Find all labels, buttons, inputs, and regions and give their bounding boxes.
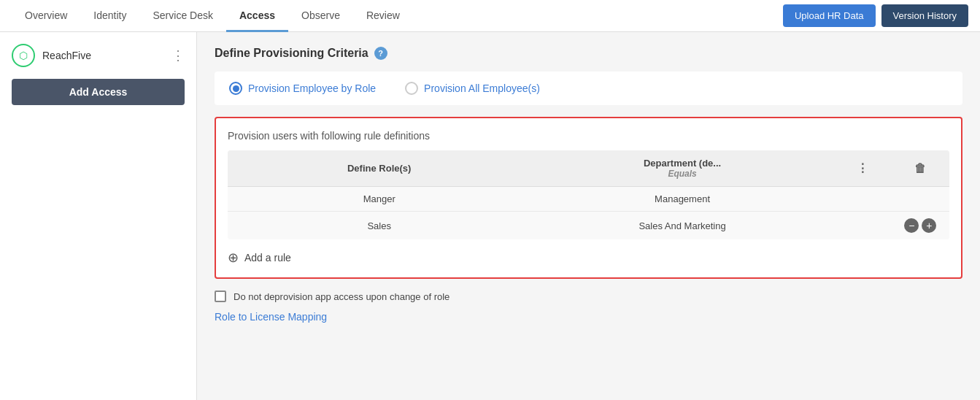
- row2-menu: [834, 212, 892, 240]
- sidebar-header: ⬡ ReachFive ⋮: [12, 44, 185, 67]
- row2-actions: − +: [892, 212, 949, 240]
- radio-label-all-employees: Provision All Employee(s): [424, 82, 540, 94]
- nav-right: Upload HR Data Version History: [783, 4, 968, 27]
- add-access-button[interactable]: Add Access: [12, 79, 185, 105]
- top-nav: Overview Identity Service Desk Access Ob…: [0, 0, 980, 32]
- version-history-button[interactable]: Version History: [881, 4, 968, 27]
- add-rule-label: Add a rule: [244, 252, 291, 264]
- table-delete-icon[interactable]: 🗑: [914, 162, 926, 174]
- checkbox-section: Do not deprovision app access upon chang…: [215, 291, 962, 302]
- dept-header-sub: Equals: [668, 169, 696, 179]
- radio-option-all-employees[interactable]: Provision All Employee(s): [405, 82, 540, 95]
- radio-circle-all-employees: [405, 82, 418, 95]
- nav-item-overview[interactable]: Overview: [12, 1, 80, 32]
- upload-hr-data-button[interactable]: Upload HR Data: [783, 4, 876, 27]
- row2-dept: Sales And Marketing: [530, 212, 833, 240]
- col-dept-header: Department (de... Equals: [530, 150, 833, 187]
- row2-action-buttons: − +: [903, 218, 938, 233]
- role-license-mapping-link[interactable]: Role to License Mapping: [215, 311, 327, 323]
- table-row: Sales Sales And Marketing − +: [228, 212, 949, 240]
- add-rule-icon: ⊕: [228, 250, 239, 266]
- row1-menu: [834, 187, 892, 212]
- col-role-header: Define Role(s): [228, 150, 530, 187]
- nav-item-review[interactable]: Review: [353, 1, 413, 32]
- nav-item-identity[interactable]: Identity: [80, 1, 139, 32]
- radio-option-by-role[interactable]: Provision Employee by Role: [229, 82, 376, 95]
- dept-header-group: Department (de... Equals: [542, 158, 822, 179]
- dept-header-title: Department (de...: [644, 158, 721, 169]
- rule-table: Define Role(s) Department (de... Equals …: [228, 150, 949, 239]
- table-row: Manger Management: [228, 187, 949, 212]
- section-title-text: Define Provisioning Criteria: [215, 47, 369, 60]
- nav-item-observe[interactable]: Observe: [288, 1, 353, 32]
- remove-row-button[interactable]: −: [904, 218, 919, 233]
- col-menu-header: ⋮: [834, 150, 892, 187]
- brand-name: ReachFive: [42, 50, 91, 61]
- section-title-row: Define Provisioning Criteria ?: [215, 47, 962, 60]
- add-row-button[interactable]: +: [922, 218, 936, 233]
- rule-box-title: Provision users with following rule defi…: [228, 130, 949, 142]
- radio-circle-by-role: [229, 82, 242, 95]
- table-header-row: Define Role(s) Department (de... Equals …: [228, 150, 949, 187]
- nav-item-access[interactable]: Access: [226, 1, 288, 32]
- row1-dept: Management: [530, 187, 833, 212]
- help-icon[interactable]: ?: [374, 47, 387, 60]
- nav-item-servicedesk[interactable]: Service Desk: [140, 1, 226, 32]
- rule-definition-box: Provision users with following rule defi…: [215, 117, 962, 279]
- row1-role: Manger: [228, 187, 530, 212]
- main-layout: ⬡ ReachFive ⋮ Add Access Define Provisio…: [0, 32, 980, 400]
- radio-label-by-role: Provision Employee by Role: [248, 82, 376, 94]
- row1-actions: [892, 187, 949, 212]
- deprovision-checkbox[interactable]: [215, 291, 226, 302]
- radio-group: Provision Employee by Role Provision All…: [215, 72, 962, 105]
- col-delete-header: 🗑: [892, 150, 949, 187]
- table-kebab-icon[interactable]: ⋮: [857, 162, 868, 174]
- brand-icon: ⬡: [12, 44, 35, 67]
- sidebar-brand: ⬡ ReachFive: [12, 44, 91, 67]
- row2-role: Sales: [228, 212, 530, 240]
- sidebar-kebab-icon[interactable]: ⋮: [171, 49, 185, 62]
- add-rule-row[interactable]: ⊕ Add a rule: [228, 250, 949, 266]
- nav-items: Overview Identity Service Desk Access Ob…: [12, 1, 783, 31]
- main-content: Define Provisioning Criteria ? Provision…: [197, 32, 980, 400]
- deprovision-label: Do not deprovision app access upon chang…: [234, 291, 450, 302]
- sidebar: ⬡ ReachFive ⋮ Add Access: [0, 32, 197, 400]
